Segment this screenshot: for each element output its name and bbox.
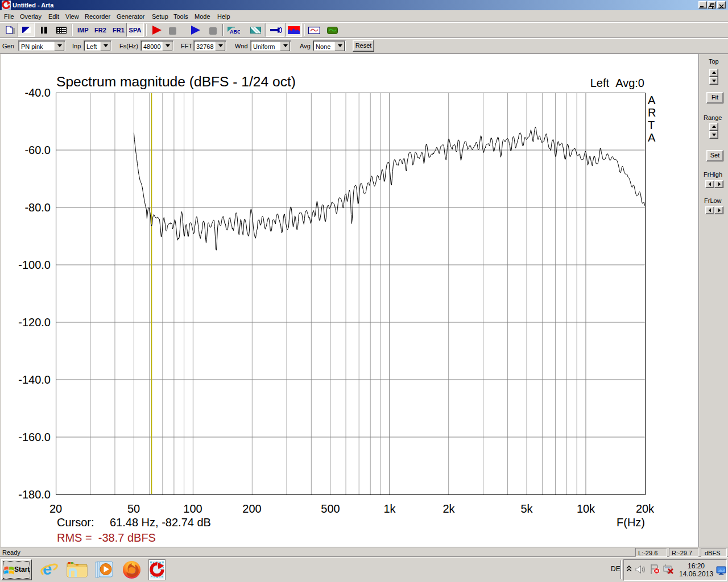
svg-text:F(Hz): F(Hz) — [617, 516, 645, 529]
svg-text:-180.0: -180.0 — [18, 488, 51, 501]
svg-text:-160.0: -160.0 — [18, 431, 51, 443]
svg-text:Spectrum magnitude (dBFS - 1/2: Spectrum magnitude (dBFS - 1/24 oct) — [56, 74, 296, 89]
svg-text:20: 20 — [49, 502, 62, 515]
svg-text:-60.0: -60.0 — [24, 144, 51, 156]
svg-text:A: A — [648, 94, 656, 106]
svg-text:100: 100 — [183, 502, 202, 515]
svg-text:Cursor:: Cursor: — [57, 516, 94, 529]
svg-text:-140.0: -140.0 — [18, 373, 51, 386]
svg-text:-80.0: -80.0 — [24, 201, 51, 214]
svg-text:10k: 10k — [577, 502, 595, 515]
svg-text:-100.0: -100.0 — [18, 259, 51, 271]
svg-text:A: A — [648, 131, 656, 144]
svg-text:61.48 Hz, -82.74 dB: 61.48 Hz, -82.74 dB — [110, 516, 211, 529]
svg-text:50: 50 — [127, 502, 140, 515]
svg-text:T: T — [648, 119, 655, 131]
svg-text:500: 500 — [321, 502, 340, 515]
svg-text:20k: 20k — [636, 502, 655, 515]
svg-text:-40.0: -40.0 — [24, 86, 51, 99]
svg-text:200: 200 — [242, 502, 261, 515]
svg-text:1k: 1k — [383, 502, 396, 515]
svg-text:5k: 5k — [520, 502, 533, 515]
svg-text:-120.0: -120.0 — [18, 316, 51, 329]
svg-text:RMS = -38.7 dBFS: RMS = -38.7 dBFS — [57, 531, 156, 544]
svg-text:2k: 2k — [442, 502, 455, 515]
svg-text:e: e — [43, 560, 52, 578]
svg-text:Left Avg:0: Left Avg:0 — [590, 77, 644, 89]
svg-text:R: R — [648, 106, 656, 119]
